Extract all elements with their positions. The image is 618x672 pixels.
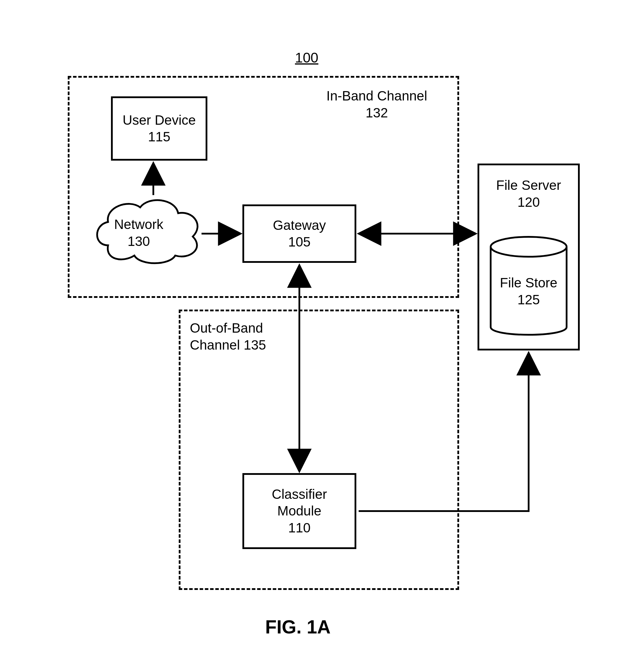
diagram-stage: 100 In-Band Channel 132 Out-of-Band Chan… xyxy=(0,0,618,672)
figure-caption: FIG. 1A xyxy=(239,616,356,638)
arrow-classifier-to-fileserver xyxy=(0,0,618,672)
